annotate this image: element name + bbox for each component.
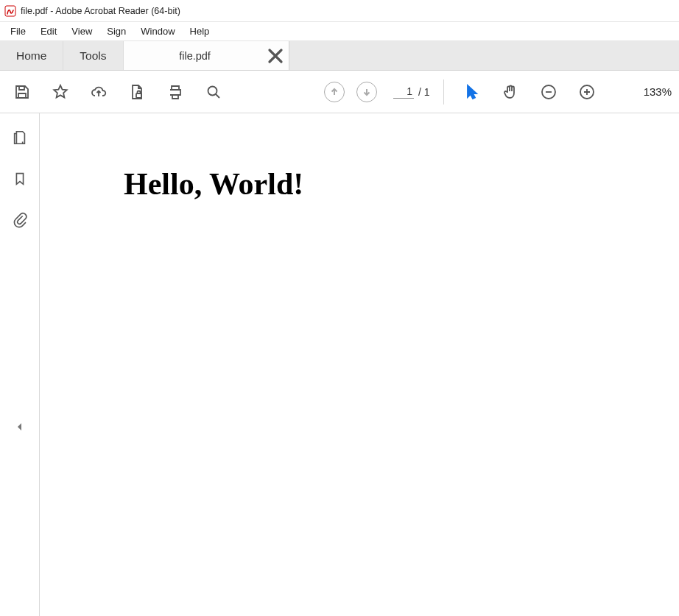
- tab-tools[interactable]: Tools: [63, 41, 123, 70]
- print-button[interactable]: [161, 77, 190, 107]
- tab-bar: Home Tools file.pdf: [0, 41, 679, 71]
- menu-help[interactable]: Help: [183, 24, 217, 39]
- window-titlebar: file.pdf - Adobe Acrobat Reader (64-bit): [0, 0, 679, 22]
- zoom-out-button[interactable]: [534, 77, 563, 107]
- bookmarks-button[interactable]: [7, 166, 32, 191]
- page-up-button[interactable]: [324, 82, 345, 102]
- acrobat-icon: [4, 5, 16, 17]
- cloud-upload-icon: [90, 83, 108, 101]
- menu-bar: File Edit View Sign Window Help: [0, 22, 679, 41]
- tab-home[interactable]: Home: [0, 41, 63, 70]
- window-title: file.pdf - Adobe Acrobat Reader (64-bit): [21, 6, 180, 16]
- svg-point-2: [208, 86, 217, 95]
- selection-tool-button[interactable]: [457, 77, 487, 107]
- search-icon: [205, 83, 222, 101]
- star-icon: [52, 83, 69, 101]
- collapse-panel-button[interactable]: [15, 422, 24, 433]
- zoom-in-icon: [578, 83, 596, 101]
- save-icon: [13, 83, 31, 101]
- chevron-left-icon: [15, 422, 24, 431]
- cursor-icon: [463, 83, 481, 101]
- lock-page-button[interactable]: [122, 77, 152, 107]
- thumbnails-button[interactable]: [7, 125, 32, 150]
- document-tab-label: file.pdf: [124, 50, 267, 62]
- close-tab-button[interactable]: [267, 47, 284, 65]
- hand-tool-button[interactable]: [496, 77, 525, 107]
- document-viewport[interactable]: Hello, World!: [40, 113, 679, 616]
- menu-file[interactable]: File: [3, 24, 33, 39]
- close-icon: [267, 47, 284, 65]
- svg-rect-1: [136, 93, 141, 98]
- page-thumbnails-icon: [12, 130, 28, 146]
- main-area: Hello, World!: [0, 113, 679, 616]
- page-down-button[interactable]: [356, 82, 377, 102]
- save-button[interactable]: [7, 77, 37, 107]
- hand-icon: [502, 83, 519, 101]
- document-heading: Hello, World!: [124, 166, 303, 202]
- find-button[interactable]: [199, 77, 228, 107]
- page-total-label: / 1: [418, 86, 430, 98]
- side-panel: [0, 113, 40, 616]
- page-number-input[interactable]: [393, 85, 414, 99]
- toolbar-separator: [443, 79, 444, 105]
- page-navigation: / 1: [318, 82, 430, 102]
- menu-sign[interactable]: Sign: [99, 24, 133, 39]
- arrow-up-icon: [329, 87, 340, 97]
- attachments-button[interactable]: [7, 208, 32, 233]
- menu-edit[interactable]: Edit: [33, 24, 64, 39]
- zoom-in-button[interactable]: [572, 77, 602, 107]
- bookmark-icon: [12, 171, 28, 187]
- print-icon: [166, 83, 184, 101]
- page-lock-icon: [128, 83, 146, 101]
- menu-window[interactable]: Window: [133, 24, 182, 39]
- document-tab[interactable]: file.pdf: [124, 41, 289, 70]
- toolbar: / 1 133%: [0, 71, 679, 113]
- zoom-level-label[interactable]: 133%: [644, 85, 672, 98]
- cloud-upload-button[interactable]: [84, 77, 113, 107]
- zoom-out-icon: [540, 83, 557, 101]
- paperclip-icon: [12, 212, 28, 228]
- arrow-down-icon: [362, 87, 372, 97]
- star-button[interactable]: [46, 77, 75, 107]
- menu-view[interactable]: View: [64, 24, 99, 39]
